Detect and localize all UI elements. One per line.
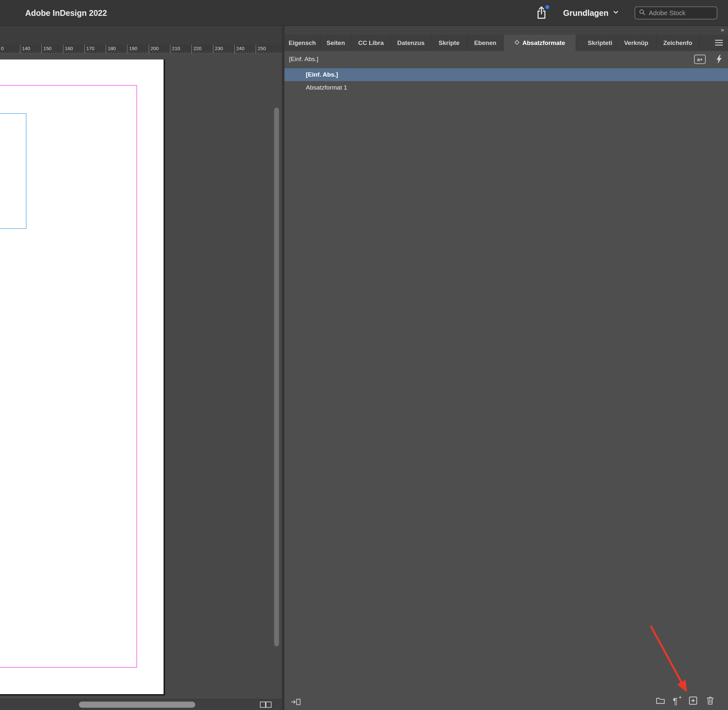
tab-label: Ebenen [474,40,497,47]
tab-absatzformate[interactable]: Absatzformate [504,35,576,51]
delete-style-button[interactable] [705,695,715,707]
tab-zeichenformate[interactable]: Zeichenfo [656,35,699,51]
diamond-icon [514,40,520,47]
tab-label: Seiten [327,40,345,47]
pilcrow-sparkle-icon: ¶ [673,696,681,706]
paragraph-styles-header: [Einf. Abs.] a+ [284,51,728,68]
canvas-top-strip [0,26,282,45]
tab-seiten[interactable]: Seiten [320,35,352,51]
paragraph-style-list: [Einf. Abs.] Absatzformat 1 [284,68,728,94]
style-row-einf-abs[interactable]: [Einf. Abs.] [284,68,728,81]
panel-tab-bar: Eigensch Seiten CC Libra Datenzus Skript… [284,35,728,51]
style-override-badge[interactable]: a+ [694,55,706,64]
app-menu-bar: Adobe InDesign 2022 Grundlagen [0,0,728,26]
tab-datenzusammenfuehrung[interactable]: Datenzus [391,35,431,51]
document-canvas[interactable]: 0 140 150 160 170 180 190 200 210 220 23… [0,26,282,710]
folder-icon [655,695,666,707]
new-style-group-button[interactable] [655,695,666,707]
tab-skripte[interactable]: Skripte [431,35,467,51]
tab-label: Verknüp [624,40,649,47]
panel-top-strip: » [284,26,728,35]
app-title: Adobe InDesign 2022 [25,0,107,26]
tab-ebenen[interactable]: Ebenen [467,35,504,51]
create-new-style-button[interactable] [688,695,698,707]
dock-panel-icon[interactable] [290,697,301,707]
lightning-icon[interactable] [715,54,722,64]
tab-label: Absatzformate [522,40,565,47]
trash-icon [705,695,715,707]
tab-group-gap [576,35,584,51]
tab-verknuepfungen[interactable]: Verknüp [616,35,656,51]
collapse-panels-icon[interactable]: » [721,26,724,33]
horizontal-scrollbar[interactable] [79,701,195,708]
style-name: [Einf. Abs.] [306,71,338,78]
notification-dot [545,5,549,9]
panel-divider[interactable] [282,26,284,710]
tab-label: CC Libra [358,40,384,47]
panel-menu-icon[interactable] [715,39,724,47]
current-style-label: [Einf. Abs.] [289,51,318,67]
tab-label: Datenzus [397,40,425,47]
adobe-stock-search[interactable] [634,6,717,19]
style-name: Absatzformat 1 [306,84,347,91]
plus-square-icon [688,695,698,707]
spread-view-icon[interactable] [259,701,272,709]
tab-skriptetiketten[interactable]: Skripteti [584,35,616,51]
tab-label: Zeichenfo [664,40,693,47]
horizontal-ruler: 0 140 150 160 170 180 190 200 210 220 23… [0,45,282,54]
share-icon [534,16,549,21]
workspace-label: Grundlagen [563,9,608,18]
ruler-tick-marks [0,51,282,53]
clear-overrides-button[interactable]: ¶ [673,696,681,706]
workspace-switcher[interactable]: Grundlagen [563,0,620,26]
vertical-scrollbar[interactable] [274,108,279,646]
chevron-down-icon [612,9,620,17]
tab-label: Skripteti [588,40,612,47]
canvas-bottom-bar [0,699,282,710]
tab-label: Eigensch [289,40,316,47]
footer-actions: ¶ [655,695,715,707]
panel-dock: » Eigensch Seiten CC Libra Datenzus Skri… [284,26,728,710]
style-row-absatzformat-1[interactable]: Absatzformat 1 [284,81,728,94]
share-button[interactable] [534,6,549,21]
search-icon [639,9,646,18]
tab-eigenschaften[interactable]: Eigensch [284,35,320,51]
tab-label: Skripte [439,40,459,47]
search-input[interactable] [649,9,713,17]
text-frame[interactable] [0,113,26,229]
tab-cc-libraries[interactable]: CC Libra [352,35,391,51]
panel-footer: ¶ [284,694,728,710]
